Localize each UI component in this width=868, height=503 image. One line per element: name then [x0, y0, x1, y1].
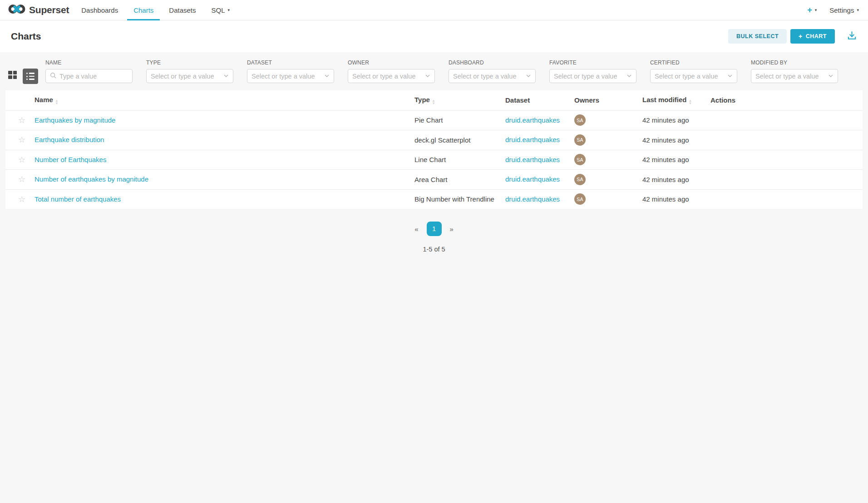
filter-favorite: FAVORITE Select or type a value: [549, 59, 636, 83]
chevron-down-icon: [626, 72, 632, 80]
table-row: ☆ Earthquakes by magnitude Pie Chart dru…: [5, 110, 863, 130]
chevron-down-icon: [526, 72, 531, 80]
chevron-down-icon: [425, 72, 430, 80]
chart-name-link[interactable]: Total number of earthquakes: [35, 195, 121, 203]
column-header-actions: Actions: [710, 96, 863, 104]
filter-modified-by: MODIFIED BY Select or type a value: [751, 59, 838, 83]
list-view-icon[interactable]: [23, 69, 38, 84]
favorite-star-icon[interactable]: ☆: [18, 136, 25, 144]
modified-by-filter-select[interactable]: Select or type a value: [751, 69, 838, 83]
chevron-down-icon: [828, 72, 833, 80]
infinity-logo-icon: [8, 4, 25, 16]
owner-avatar: SA: [574, 174, 586, 185]
favorite-star-icon[interactable]: ☆: [18, 175, 25, 183]
table-row: ☆ Number of Earthquakes Line Chart druid…: [5, 150, 863, 170]
main-nav: Dashboards Charts Datasets SQL ▾: [74, 0, 237, 20]
add-chart-button[interactable]: + CHART: [790, 29, 835, 44]
owner-avatar: SA: [574, 154, 586, 165]
table-row: ☆ Total number of earthquakes Big Number…: [5, 189, 863, 209]
favorite-star-icon[interactable]: ☆: [18, 116, 25, 124]
filter-dataset: DATASET Select or type a value: [247, 59, 334, 83]
dataset-link[interactable]: druid.earthquakes: [505, 136, 560, 143]
column-header-owners: Owners: [574, 96, 642, 104]
pagination: « 1 »: [0, 222, 868, 236]
owner-avatar: SA: [574, 134, 586, 146]
favorite-star-icon[interactable]: ☆: [18, 195, 25, 203]
column-header-dataset: Dataset: [505, 96, 574, 104]
chart-name-link[interactable]: Earthquakes by magnitude: [35, 116, 115, 124]
caret-down-icon: ▾: [815, 8, 817, 12]
owner-filter-select[interactable]: Select or type a value: [348, 69, 435, 83]
certified-filter-select[interactable]: Select or type a value: [650, 69, 737, 83]
page-title: Charts: [11, 31, 41, 42]
next-page-button[interactable]: »: [444, 225, 459, 233]
favorite-star-icon[interactable]: ☆: [18, 156, 25, 164]
type-filter-select[interactable]: Select or type a value: [146, 69, 233, 83]
settings-menu-button[interactable]: Settings ▾: [829, 6, 859, 14]
nav-item-charts[interactable]: Charts: [126, 0, 161, 20]
nav-item-datasets[interactable]: Datasets: [161, 0, 203, 20]
download-icon: [847, 30, 857, 42]
dataset-link[interactable]: druid.earthquakes: [505, 175, 560, 183]
favorite-filter-select[interactable]: Select or type a value: [549, 69, 636, 83]
bulk-select-button[interactable]: BULK SELECT: [728, 29, 787, 44]
chart-type: Pie Chart: [414, 116, 505, 124]
page-header: Charts BULK SELECT + CHART: [0, 20, 868, 52]
chart-name-link[interactable]: Number of Earthquakes: [35, 156, 106, 163]
chevron-down-icon: [727, 72, 733, 80]
top-navbar: Superset Dashboards Charts Datasets SQL …: [0, 0, 868, 20]
last-modified: 42 minutes ago: [642, 156, 710, 163]
dataset-link[interactable]: druid.earthquakes: [505, 156, 560, 163]
dataset-link[interactable]: druid.earthquakes: [505, 195, 560, 203]
owner-avatar: SA: [574, 114, 586, 126]
dataset-filter-select[interactable]: Select or type a value: [247, 69, 334, 83]
pagination-summary: 1-5 of 5: [0, 246, 868, 253]
filter-bar: NAME TYPE Select or type a value DATASET…: [0, 52, 868, 90]
sort-icon: ▴▾: [56, 99, 58, 104]
header-actions: BULK SELECT + CHART: [728, 29, 857, 44]
name-filter-input[interactable]: [59, 73, 128, 80]
filters: NAME TYPE Select or type a value DATASET…: [45, 59, 838, 83]
last-modified: 42 minutes ago: [642, 116, 710, 124]
filter-type: TYPE Select or type a value: [146, 59, 233, 83]
nav-item-dashboards[interactable]: Dashboards: [74, 0, 126, 20]
filter-certified: CERTIFIED Select or type a value: [650, 59, 737, 83]
sort-icon: ▴▾: [433, 99, 434, 104]
owner-avatar: SA: [574, 193, 586, 205]
page-number-1[interactable]: 1: [427, 222, 442, 236]
chevron-down-icon: [223, 72, 229, 80]
chart-type: Area Chart: [414, 176, 505, 183]
filter-owner: OWNER Select or type a value: [348, 59, 435, 83]
last-modified: 42 minutes ago: [642, 176, 710, 183]
chevron-down-icon: [324, 72, 330, 80]
superset-logo[interactable]: Superset: [8, 0, 69, 20]
import-charts-button[interactable]: [847, 30, 857, 42]
card-view-icon[interactable]: [8, 71, 17, 79]
chart-type: Big Number with Trendline: [414, 195, 505, 203]
chart-type: deck.gl Scatterplot: [414, 136, 505, 144]
name-filter-box: [45, 69, 133, 83]
caret-down-icon: ▾: [228, 8, 230, 12]
column-header-type[interactable]: Type▴▾: [414, 96, 505, 104]
sort-icon: ▴▾: [690, 99, 691, 104]
dataset-link[interactable]: druid.earthquakes: [505, 116, 560, 124]
view-mode-toggles: [8, 69, 38, 81]
nav-item-sql[interactable]: SQL ▾: [204, 0, 238, 20]
table-header-row: Name▴▾ Type▴▾ Dataset Owners Last modifi…: [5, 90, 863, 110]
nav-right: + ▾ Settings ▾: [807, 0, 863, 20]
table-row: ☆ Number of earthquakes by magnitude Are…: [5, 169, 863, 189]
column-header-last-modified[interactable]: Last modified▴▾: [642, 96, 710, 104]
prev-page-button[interactable]: «: [409, 225, 424, 233]
column-header-name[interactable]: Name▴▾: [31, 96, 414, 104]
charts-table: Name▴▾ Type▴▾ Dataset Owners Last modifi…: [5, 90, 863, 209]
chart-name-link[interactable]: Earthquake distribution: [35, 136, 104, 143]
caret-down-icon: ▾: [857, 8, 859, 12]
last-modified: 42 minutes ago: [642, 136, 710, 144]
chart-name-link[interactable]: Number of earthquakes by magnitude: [35, 175, 148, 183]
search-icon: [50, 72, 56, 80]
chart-type: Line Chart: [414, 156, 505, 163]
new-item-menu-button[interactable]: + ▾: [807, 5, 817, 15]
brand-name: Superset: [29, 5, 69, 15]
dashboard-filter-select[interactable]: Select or type a value: [449, 69, 536, 83]
filter-dashboard: DASHBOARD Select or type a value: [449, 59, 536, 83]
